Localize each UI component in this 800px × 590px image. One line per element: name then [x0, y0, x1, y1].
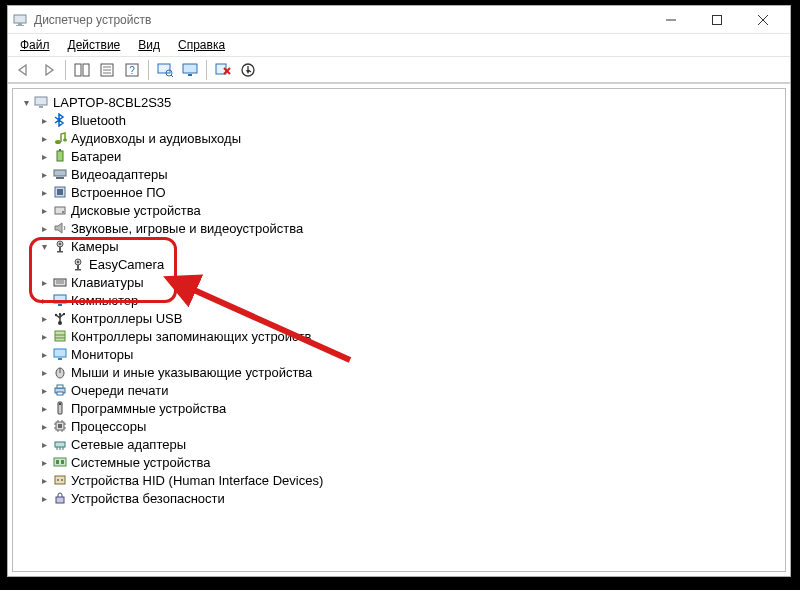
expand-icon[interactable]: ▸	[39, 349, 49, 359]
svg-rect-2	[16, 25, 24, 26]
content-area: ▾ LAPTOP-8CBL2S35 ▸ Bluetooth ▸ Аудиовхо…	[8, 84, 790, 576]
disk-icon	[52, 202, 68, 218]
tree-item-label: Компьютер	[71, 293, 138, 308]
expand-icon[interactable]: ▸	[39, 493, 49, 503]
tree-item-usb-controllers[interactable]: ▸ Контроллеры USB	[37, 309, 783, 327]
svg-rect-28	[57, 151, 63, 161]
svg-rect-24	[35, 97, 47, 105]
close-button[interactable]	[740, 7, 786, 33]
tree-item-label: Процессоры	[71, 419, 146, 434]
monitor-icon	[52, 346, 68, 362]
uninstall-button[interactable]	[211, 59, 235, 81]
expand-icon[interactable]: ▸	[39, 385, 49, 395]
keyboard-icon	[52, 274, 68, 290]
toolbar: ?	[8, 56, 790, 84]
svg-rect-19	[188, 74, 192, 76]
svg-point-37	[59, 243, 61, 245]
expand-icon[interactable]: ▸	[39, 223, 49, 233]
forward-button[interactable]	[37, 59, 61, 81]
scan-button[interactable]	[153, 59, 177, 81]
svg-rect-48	[58, 304, 62, 306]
tree-item-label: Дисковые устройства	[71, 203, 201, 218]
tree-item-computer[interactable]: ▸ Компьютер	[37, 291, 783, 309]
toolbar-separator	[65, 60, 66, 80]
tree-item-software-devices[interactable]: ▸ Программные устройства	[37, 399, 783, 417]
advanced-button[interactable]	[236, 59, 260, 81]
expand-icon[interactable]: ▸	[39, 403, 49, 413]
tree-item-disk-drives[interactable]: ▸ Дисковые устройства	[37, 201, 783, 219]
expand-icon[interactable]: ▸	[39, 205, 49, 215]
tree-item-network-adapters[interactable]: ▸ Сетевые адаптеры	[37, 435, 783, 453]
svg-point-41	[77, 261, 79, 263]
expand-icon[interactable]: ▸	[39, 313, 49, 323]
tree-item-monitors[interactable]: ▸ Мониторы	[37, 345, 783, 363]
tree-item-label: Звуковые, игровые и видеоустройства	[71, 221, 303, 236]
expand-collapse-icon[interactable]: ▾	[21, 97, 31, 107]
expand-icon[interactable]: ▸	[39, 475, 49, 485]
tree-item-system-devices[interactable]: ▸ Системные устройства	[37, 453, 783, 471]
window-controls	[648, 7, 786, 33]
tree-item-audio-io[interactable]: ▸ Аудиовходы и аудиовыходы	[37, 129, 783, 147]
expand-collapse-icon[interactable]: ▾	[39, 241, 49, 251]
svg-point-86	[61, 479, 63, 481]
menu-action[interactable]: Действие	[60, 37, 129, 53]
svg-rect-15	[158, 64, 170, 73]
expand-icon[interactable]: ▸	[39, 151, 49, 161]
menu-view[interactable]: Вид	[130, 37, 168, 53]
tree-item-label: Мониторы	[71, 347, 133, 362]
menu-file[interactable]: Файл	[12, 37, 58, 53]
tree-item-security-devices[interactable]: ▸ Устройства безопасности	[37, 489, 783, 507]
tree-item-cameras[interactable]: ▾ Камеры	[37, 237, 783, 255]
tree-item-keyboards[interactable]: ▸ Клавиатуры	[37, 273, 783, 291]
tree-root-label: LAPTOP-8CBL2S35	[53, 95, 171, 110]
svg-rect-1	[18, 23, 22, 25]
tree-item-sound-game-video[interactable]: ▸ Звуковые, игровые и видеоустройства	[37, 219, 783, 237]
help-button[interactable]: ?	[120, 59, 144, 81]
svg-rect-55	[55, 331, 65, 341]
spacer	[57, 259, 67, 269]
printer-icon	[52, 382, 68, 398]
tree-item-label: Системные устройства	[71, 455, 210, 470]
tree-item-storage-controllers[interactable]: ▸ Контроллеры запоминающих устройств	[37, 327, 783, 345]
expand-icon[interactable]: ▸	[39, 187, 49, 197]
expand-icon[interactable]: ▸	[39, 331, 49, 341]
properties-button[interactable]	[95, 59, 119, 81]
device-tree[interactable]: ▾ LAPTOP-8CBL2S35 ▸ Bluetooth ▸ Аудиовхо…	[12, 88, 786, 572]
svg-rect-0	[14, 15, 26, 23]
expand-icon[interactable]: ▸	[39, 115, 49, 125]
expand-icon[interactable]: ▸	[39, 367, 49, 377]
tree-item-firmware[interactable]: ▸ Встроенное ПО	[37, 183, 783, 201]
svg-rect-81	[54, 458, 66, 466]
tree-item-mice[interactable]: ▸ Мыши и иные указывающие устройства	[37, 363, 783, 381]
tree-item-easycamera[interactable]: EasyCamera	[55, 255, 783, 273]
tree-item-batteries[interactable]: ▸ Батареи	[37, 147, 783, 165]
expand-icon[interactable]: ▸	[39, 457, 49, 467]
tree-item-label: EasyCamera	[89, 257, 164, 272]
show-hidden-button[interactable]	[70, 59, 94, 81]
expand-icon[interactable]: ▸	[39, 277, 49, 287]
tree-item-video-adapters[interactable]: ▸ Видеоадаптеры	[37, 165, 783, 183]
back-button[interactable]	[12, 59, 36, 81]
monitor-button[interactable]	[178, 59, 202, 81]
svg-point-35	[62, 211, 64, 213]
tree-item-print-queues[interactable]: ▸ Очереди печати	[37, 381, 783, 399]
svg-rect-82	[56, 460, 59, 464]
tree-item-bluetooth[interactable]: ▸ Bluetooth	[37, 111, 783, 129]
expand-icon[interactable]: ▸	[39, 133, 49, 143]
expand-icon[interactable]: ▸	[39, 421, 49, 431]
maximize-button[interactable]	[694, 7, 740, 33]
svg-rect-64	[57, 392, 63, 395]
minimize-button[interactable]	[648, 7, 694, 33]
tree-root-node[interactable]: ▾ LAPTOP-8CBL2S35	[19, 93, 783, 111]
svg-rect-58	[54, 349, 66, 357]
expand-icon[interactable]: ▸	[39, 439, 49, 449]
svg-point-27	[63, 139, 67, 142]
expand-icon[interactable]: ▸	[39, 169, 49, 179]
svg-rect-38	[59, 247, 61, 251]
tree-item-hid[interactable]: ▸ Устройства HID (Human Interface Device…	[37, 471, 783, 489]
tree-item-processors[interactable]: ▸ Процессоры	[37, 417, 783, 435]
audio-io-icon	[52, 130, 68, 146]
menu-help[interactable]: Справка	[170, 37, 233, 53]
expand-icon[interactable]: ▸	[39, 295, 49, 305]
tree-item-label: Клавиатуры	[71, 275, 144, 290]
